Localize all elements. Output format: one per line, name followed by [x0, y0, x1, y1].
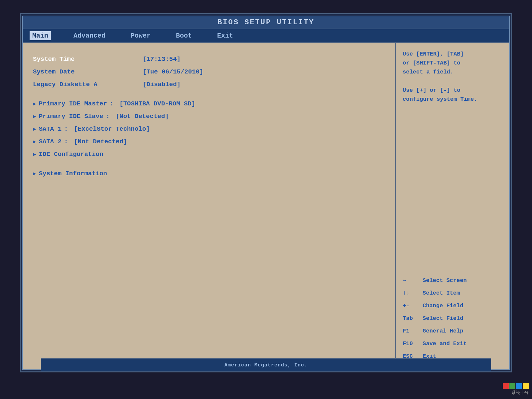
- system-time-label: System Time: [33, 56, 139, 63]
- watermark-text: 系统十分: [511, 390, 529, 396]
- system-info-row[interactable]: ▶ System Information: [33, 167, 385, 180]
- menu-item-exit[interactable]: Exit: [214, 31, 236, 40]
- primary-ide-master-row[interactable]: ▶ Primary IDE Master : [TOSHIBA DVD-ROM …: [33, 97, 385, 110]
- menu-item-power[interactable]: Power: [128, 31, 153, 40]
- sata1-value: [ExcelStor Technolo]: [74, 125, 150, 133]
- wm-block-red: [503, 383, 509, 389]
- arrow-icon-4: ▶: [33, 138, 36, 145]
- system-date-row[interactable]: System Date [Tue 06/15/2010]: [33, 66, 385, 78]
- key-legend: ↔ Select Screen ↑↓ Select Item +- Change…: [403, 274, 502, 363]
- key-change-field: +- Change Field: [403, 300, 502, 312]
- key-sym-tab: Tab: [403, 313, 419, 324]
- title-text: BIOS SETUP UTILITY: [217, 18, 315, 27]
- key-select-screen: ↔ Select Screen: [403, 274, 502, 287]
- menu-bar: Main Advanced Power Boot Exit: [23, 29, 509, 43]
- menu-item-main[interactable]: Main: [30, 31, 51, 40]
- primary-ide-slave-value: [Not Detected]: [116, 113, 169, 120]
- help-section: Use [ENTER], [TAB] or [SHIFT-TAB] to sel…: [403, 50, 502, 110]
- sata2-value: [Not Detected]: [74, 138, 127, 145]
- key-desc-select-field: Select Field: [423, 313, 463, 324]
- key-select-field: Tab Select Field: [403, 312, 502, 325]
- wm-block-yellow: [523, 383, 529, 389]
- sata2-label: SATA 2: [39, 138, 62, 145]
- help-text: Use [ENTER], [TAB] or [SHIFT-TAB] to sel…: [403, 50, 502, 104]
- primary-ide-slave-label: Primary IDE Slave: [39, 113, 103, 120]
- system-time-row[interactable]: System Time [17:13:54]: [33, 53, 385, 66]
- legacy-diskette-row[interactable]: Legacy Diskette A [Disabled]: [33, 78, 385, 91]
- system-time-value: [17:13:54]: [143, 56, 181, 63]
- key-sym-f10: F10: [403, 338, 419, 349]
- arrow-icon-3: ▶: [33, 126, 36, 132]
- key-sym-f1: F1: [403, 326, 419, 337]
- key-general-help: F1 General Help: [403, 325, 502, 337]
- watermark-logo: [503, 383, 529, 389]
- bios-title: BIOS SETUP UTILITY: [23, 16, 509, 29]
- arrow-icon-2: ▶: [33, 113, 36, 120]
- key-sym-plusminus: +-: [403, 300, 419, 312]
- ide-config-row[interactable]: ▶ IDE Configuration: [33, 148, 385, 161]
- left-panel: System Time [17:13:54] System Date [Tue …: [23, 43, 396, 369]
- key-sym-arrows: ↔: [403, 275, 419, 286]
- bios-screen: BIOS SETUP UTILITY Main Advanced Power B…: [20, 13, 512, 372]
- arrow-icon-6: ▶: [33, 170, 36, 177]
- ide-config-label: IDE Configuration: [39, 151, 103, 158]
- legacy-diskette-label: Legacy Diskette A: [33, 81, 139, 88]
- primary-ide-master-label: Primary IDE Master: [39, 100, 107, 107]
- system-info-label: System Information: [39, 170, 107, 177]
- key-desc-general-help: General Help: [423, 326, 463, 337]
- key-sym-updown: ↑↓: [403, 288, 419, 299]
- legacy-diskette-value: [Disabled]: [143, 81, 181, 88]
- key-desc-select-item: Select Item: [423, 288, 460, 299]
- watermark: 系统十分: [503, 383, 529, 396]
- menu-item-boot[interactable]: Boot: [173, 31, 195, 40]
- key-desc-select-screen: Select Screen: [423, 275, 467, 286]
- arrow-icon-5: ▶: [33, 151, 36, 158]
- key-select-item: ↑↓ Select Item: [403, 287, 502, 300]
- main-content: System Time [17:13:54] System Date [Tue …: [23, 43, 509, 369]
- system-date-label: System Date: [33, 68, 139, 75]
- bottom-text: American Megatrends, Inc.: [224, 362, 308, 368]
- bottom-bar: American Megatrends, Inc.: [41, 358, 491, 371]
- sata2-row[interactable]: ▶ SATA 2 : [Not Detected]: [33, 135, 385, 148]
- primary-ide-master-value: [TOSHIBA DVD-ROM SD]: [119, 100, 195, 107]
- sata1-label: SATA 1: [39, 125, 62, 133]
- wm-block-blue: [516, 383, 522, 389]
- arrow-icon-1: ▶: [33, 100, 36, 107]
- key-desc-save-exit: Save and Exit: [423, 338, 467, 349]
- system-date-value: [Tue 06/15/2010]: [143, 68, 203, 75]
- key-desc-change-field: Change Field: [423, 300, 463, 312]
- sata1-row[interactable]: ▶ SATA 1 : [ExcelStor Technolo]: [33, 123, 385, 135]
- key-save-exit: F10 Save and Exit: [403, 337, 502, 350]
- primary-ide-slave-row[interactable]: ▶ Primary IDE Slave : [Not Detected]: [33, 110, 385, 123]
- right-panel: Use [ENTER], [TAB] or [SHIFT-TAB] to sel…: [396, 43, 509, 369]
- menu-item-advanced[interactable]: Advanced: [71, 31, 108, 40]
- wm-block-green: [509, 383, 515, 389]
